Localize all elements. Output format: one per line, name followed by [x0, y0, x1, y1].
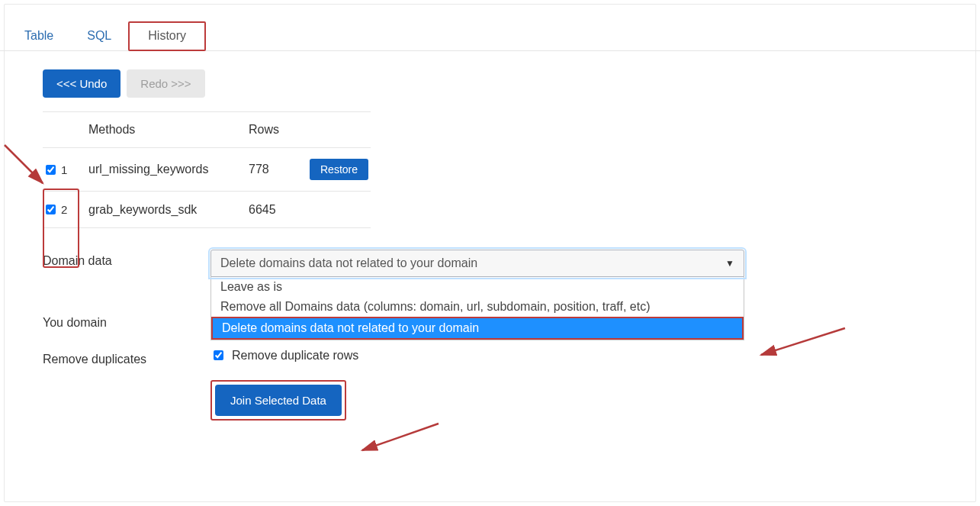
redo-button: Redo >>>: [127, 69, 204, 98]
select-value: Delete domains data not related to your …: [220, 256, 477, 270]
row-method: grab_keywords_sdk: [88, 203, 249, 217]
row-count: 778: [249, 163, 310, 176]
remove-duplicates-checkbox[interactable]: [214, 350, 223, 360]
table-row: 2 grab_keywords_sdk 6645: [43, 192, 371, 228]
row-count: 6645: [249, 203, 310, 217]
history-table: Methods Rows 1 url_missing_keywords 778 …: [43, 111, 371, 228]
label-remove-duplicates: Remove duplicates: [43, 348, 210, 366]
select-option[interactable]: Leave as is: [211, 277, 744, 297]
label-your-domain: You domain: [43, 311, 210, 330]
col-methods: Methods: [88, 123, 249, 137]
remove-duplicates-text: Remove duplicate rows: [232, 349, 358, 363]
tab-sql[interactable]: SQL: [70, 21, 128, 50]
tab-table[interactable]: Table: [8, 21, 70, 50]
select-options: Leave as is Remove all Domains data (col…: [210, 277, 744, 340]
row-checkbox-1[interactable]: [46, 165, 56, 175]
select-option-selected[interactable]: Delete domains data not related to your …: [211, 317, 744, 340]
tabs: Table SQL History: [0, 21, 980, 51]
domain-data-select[interactable]: Delete domains data not related to your …: [210, 250, 744, 340]
undo-button[interactable]: <<< Undo: [43, 69, 120, 98]
col-rows: Rows: [249, 123, 310, 137]
svg-line-0: [5, 145, 43, 183]
join-selected-data-button[interactable]: Join Selected Data: [215, 385, 342, 416]
chevron-down-icon: ▼: [725, 258, 734, 269]
row-index: 1: [61, 163, 67, 176]
row-method: url_missing_keywords: [88, 163, 249, 176]
table-row: 1 url_missing_keywords 778 Restore: [43, 148, 371, 192]
tab-history[interactable]: History: [128, 21, 206, 51]
restore-button[interactable]: Restore: [310, 159, 368, 180]
select-option[interactable]: Remove all Domains data (columns: domain…: [211, 297, 744, 317]
svg-line-2: [362, 424, 439, 450]
